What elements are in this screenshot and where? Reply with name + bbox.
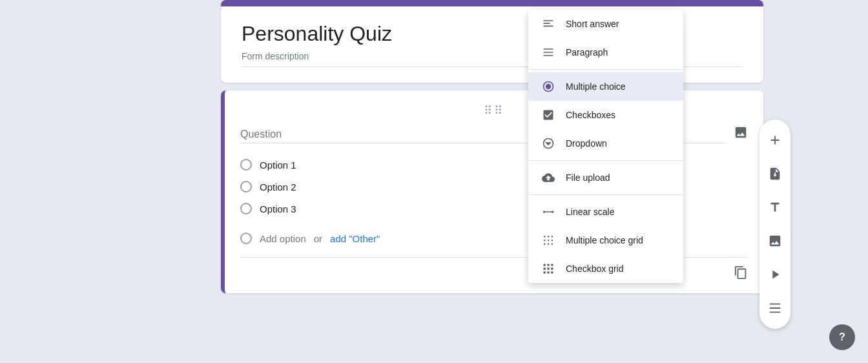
svg-point-4: [552, 211, 553, 213]
menu-item-multiple-choice-grid[interactable]: Multiple choice grid: [528, 226, 683, 254]
dropdown-menu: Short answer Paragraph Multiple choice: [528, 10, 683, 283]
divider-1: [528, 69, 683, 70]
svg-point-10: [548, 240, 550, 242]
menu-item-short-answer[interactable]: Short answer: [528, 10, 683, 38]
svg-rect-19: [547, 267, 549, 269]
divider-3: [528, 194, 683, 195]
option-label-1: Option 1: [260, 160, 296, 171]
help-label: ?: [839, 331, 845, 343]
add-other-link[interactable]: add "Other": [330, 233, 380, 244]
menu-item-checkboxes[interactable]: Checkboxes: [528, 101, 683, 129]
short-answer-icon: [541, 17, 555, 30]
multiple-choice-icon: [541, 80, 555, 93]
add-option-text[interactable]: Add option: [260, 233, 306, 244]
paragraph-label: Paragraph: [566, 47, 608, 57]
svg-rect-18: [544, 267, 546, 269]
paragraph-icon: [541, 46, 555, 59]
drag-dots-icon: ⠿⠿: [484, 103, 504, 118]
file-upload-icon: [541, 171, 555, 184]
right-toolbar: [760, 119, 790, 329]
radio-circle-3: [240, 203, 252, 214]
svg-rect-15: [544, 264, 546, 266]
svg-rect-16: [547, 264, 549, 266]
main-container: Personality Quiz Form description ⠿⠿ Opt…: [0, 0, 868, 363]
svg-point-13: [548, 244, 550, 245]
radio-circle-add: [240, 233, 252, 244]
multiple-choice-label: Multiple choice: [566, 81, 626, 92]
svg-rect-21: [544, 271, 546, 273]
add-question-button[interactable]: [760, 125, 790, 156]
svg-point-12: [544, 244, 546, 245]
add-image-button[interactable]: [760, 225, 790, 256]
svg-rect-20: [551, 267, 553, 269]
dropdown-scroll[interactable]: Short answer Paragraph Multiple choice: [528, 10, 683, 283]
menu-item-checkbox-grid[interactable]: Checkbox grid: [528, 254, 683, 283]
divider-2: [528, 160, 683, 161]
linear-scale-label: Linear scale: [566, 207, 615, 217]
linear-scale-icon: [541, 205, 555, 218]
import-questions-button[interactable]: [760, 158, 790, 189]
menu-item-linear-scale[interactable]: Linear scale: [528, 198, 683, 226]
or-text: or: [314, 233, 322, 244]
menu-item-paragraph[interactable]: Paragraph: [528, 38, 683, 67]
checkboxes-label: Checkboxes: [566, 110, 615, 120]
radio-circle-2: [240, 181, 252, 192]
svg-rect-22: [547, 271, 549, 273]
copy-icon[interactable]: [734, 265, 748, 283]
svg-point-7: [548, 236, 550, 238]
svg-point-3: [543, 211, 545, 213]
svg-point-8: [552, 236, 553, 238]
short-answer-label: Short answer: [566, 19, 619, 29]
svg-rect-23: [551, 271, 553, 273]
menu-item-file-upload[interactable]: File upload: [528, 163, 683, 192]
dropdown-icon: [541, 137, 555, 150]
add-section-button[interactable]: [760, 293, 790, 324]
file-upload-label: File upload: [566, 172, 610, 183]
image-icon[interactable]: [734, 125, 748, 143]
svg-point-9: [544, 240, 546, 242]
svg-point-11: [552, 240, 553, 242]
svg-rect-17: [551, 264, 553, 266]
option-label-2: Option 2: [260, 182, 296, 192]
help-button[interactable]: ?: [829, 324, 855, 350]
dropdown-label: Dropdown: [566, 138, 607, 149]
menu-item-multiple-choice[interactable]: Multiple choice: [528, 72, 683, 101]
svg-point-6: [544, 236, 546, 238]
radio-circle-1: [240, 159, 252, 171]
svg-point-1: [546, 84, 551, 89]
add-video-button[interactable]: [760, 259, 790, 290]
checkbox-grid-label: Checkbox grid: [566, 264, 624, 274]
option-label-3: Option 3: [260, 203, 296, 214]
add-title-button[interactable]: [760, 192, 790, 223]
multiple-choice-grid-icon: [541, 234, 555, 247]
checkbox-grid-icon: [541, 262, 555, 275]
checkboxes-icon: [541, 109, 555, 121]
menu-item-dropdown[interactable]: Dropdown: [528, 129, 683, 158]
svg-point-14: [552, 244, 553, 245]
multiple-choice-grid-label: Multiple choice grid: [566, 235, 643, 245]
